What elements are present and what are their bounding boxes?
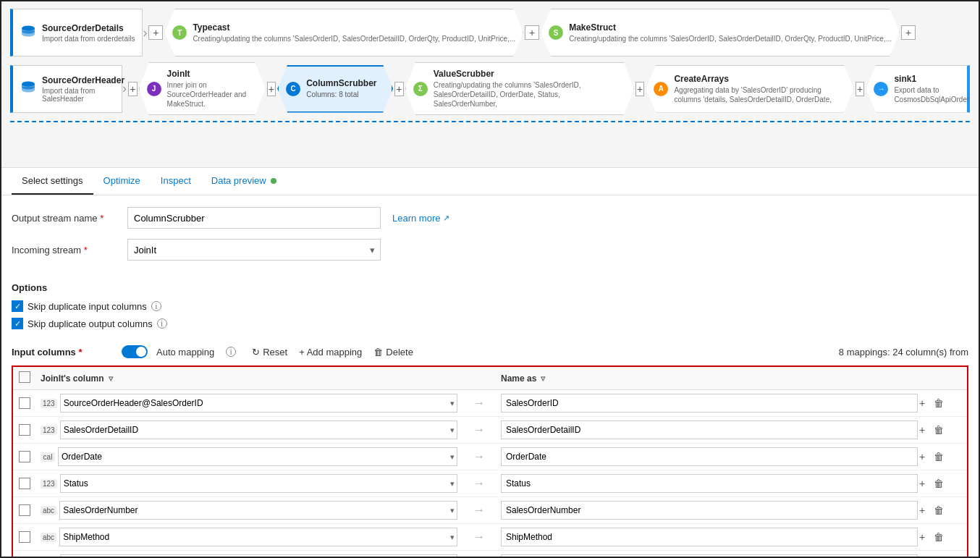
skip-dup-output-checkbox[interactable]: ✓ [12, 318, 23, 329]
node-title: CreateArrays [674, 74, 845, 84]
tab-data-preview[interactable]: Data preview [201, 168, 287, 195]
add-row-btn-5[interactable]: + [918, 530, 926, 544]
name-input-5[interactable] [501, 528, 918, 546]
name-input-4[interactable] [501, 501, 918, 520]
col-select-wrapper-4: SalesOrderNumber ▾ [59, 501, 457, 520]
name-input-3[interactable] [501, 474, 918, 493]
td-name-2 [501, 447, 918, 466]
sink-icon: → [874, 82, 888, 96]
row-check-0 [19, 397, 41, 409]
plus-btn-row2-1[interactable]: + [128, 82, 138, 96]
skip-dup-input-checkbox[interactable]: ✓ [12, 300, 23, 312]
tab-select-settings[interactable]: Select settings [12, 168, 93, 195]
add-row-btn-3[interactable]: + [918, 476, 926, 491]
delete-row-btn-5[interactable]: 🗑 [932, 530, 945, 544]
pipeline-area: SourceOrderDetails Import data from orde… [1, 1, 979, 168]
td-name-6 [501, 554, 918, 557]
learn-more-link[interactable]: Learn more ↗ [392, 213, 449, 224]
name-input-6[interactable] [501, 554, 918, 557]
name-input-0[interactable] [501, 394, 918, 413]
td-arrow-1: → [457, 423, 501, 436]
plus-btn-row2-3[interactable]: + [394, 82, 404, 96]
node-content: MakeStruct Creating/updating the columns… [569, 22, 892, 43]
col-select-5[interactable]: ShipMethod [59, 528, 457, 546]
skip-dup-output-label: Skip duplicate output columns [28, 318, 153, 329]
auto-mapping-toggle[interactable] [122, 345, 148, 358]
table-header: JoinIt's column ▿ Name as ▿ [13, 367, 967, 390]
header-checkbox[interactable] [19, 371, 30, 383]
name-input-2[interactable] [501, 447, 918, 466]
node-createarrays[interactable]: A CreateArrays Aggregating data by 'Sale… [646, 65, 853, 113]
col-select-2[interactable]: OrderDate [58, 447, 457, 466]
row-checkbox-3[interactable] [19, 478, 30, 489]
db-icon [20, 24, 36, 42]
delete-row-btn-0[interactable]: 🗑 [932, 396, 945, 410]
td-actions-0: + 🗑 [918, 396, 961, 410]
type-icon-2: cal [41, 452, 55, 462]
select-icon: C [286, 82, 300, 96]
node-typecast[interactable]: T Typecast Creating/updating the columns… [164, 9, 523, 56]
plus-btn-row2-2[interactable]: + [267, 82, 276, 96]
plus-btn-2[interactable]: + [525, 25, 539, 40]
row-checkbox-0[interactable] [19, 397, 30, 409]
col-select-0[interactable]: SourceOrderHeader@SalesOrderID [60, 394, 457, 413]
options-label: Options [12, 282, 968, 293]
mapping-table: JoinIt's column ▿ Name as ▿ 123 SourceOr… [12, 365, 968, 557]
td-arrow-2: → [457, 450, 501, 463]
tab-inspect[interactable]: Inspect [151, 168, 201, 195]
name-filter-icon[interactable]: ▿ [541, 373, 545, 384]
col-select-1[interactable]: SalesOrderDetailID [60, 420, 457, 439]
node-columnscrubber[interactable]: C ColumnScrubber Columns: 8 total [277, 65, 393, 113]
reset-button[interactable]: ↻ Reset [252, 347, 287, 358]
add-row-btn-1[interactable]: + [918, 423, 926, 437]
add-row-btn-2[interactable]: + [918, 449, 926, 464]
node-desc: Inner join on SourceOrderHeader and Make… [167, 80, 258, 109]
incoming-stream-select[interactable]: JoinIt [127, 239, 381, 261]
td-arrow-4: → [457, 504, 501, 517]
typecast-icon: T [172, 25, 187, 40]
node-joinit[interactable]: J JoinIt Inner join on SourceOrderHeader… [139, 62, 266, 115]
node-valuescrubber[interactable]: Σ ValueScrubber Creating/updating the co… [405, 62, 634, 115]
col-select-6[interactable]: TotalDue [60, 554, 457, 557]
plus-btn-row2-5[interactable]: + [856, 82, 865, 96]
table-row: abc ShipMethod ▾ → + 🗑 [13, 524, 967, 551]
col-select-4[interactable]: SalesOrderNumber [59, 501, 457, 520]
plus-btn-row2-4[interactable]: + [635, 82, 645, 96]
delete-row-btn-1[interactable]: 🗑 [932, 423, 945, 437]
input-columns-label: Input columns * [12, 347, 113, 358]
connector-1: › [143, 25, 147, 41]
col-select-wrapper-5: ShipMethod ▾ [59, 528, 457, 546]
delete-row-btn-4[interactable]: 🗑 [932, 503, 945, 517]
row-checkbox-5[interactable] [19, 531, 30, 543]
row-checkbox-4[interactable] [19, 504, 30, 516]
add-row-btn-4[interactable]: + [918, 503, 926, 517]
node-sourceorderdetails[interactable]: SourceOrderDetails Import data from orde… [10, 9, 143, 56]
table-row: 123 TotalDue ▾ → + 🗑 [13, 551, 967, 557]
add-row-btn-0[interactable]: + [918, 396, 926, 410]
row-checkbox-2[interactable] [19, 451, 30, 462]
node-makestruct[interactable]: S MakeStruct Creating/updating the colum… [541, 9, 900, 56]
delete-button[interactable]: 🗑 Delete [373, 347, 413, 358]
add-mapping-button[interactable]: + Add mapping [299, 347, 362, 358]
row-checkbox-1[interactable] [19, 424, 30, 436]
name-input-1[interactable] [501, 420, 918, 439]
node-sink1[interactable]: → sink1 Export data to CosmosDbSqlApiOrd… [866, 65, 970, 113]
skip-dup-output-info[interactable]: i [157, 318, 167, 329]
node-sourceorderheader[interactable]: SourceOrderHeader Import data from Sales… [10, 65, 122, 113]
node-desc: Export data to CosmosDbSqlApiOrders [894, 85, 973, 104]
option-row-2: ✓ Skip duplicate output columns i [12, 318, 968, 329]
auto-mapping-info[interactable]: i [226, 347, 236, 357]
col-select-wrapper-6: TotalDue ▾ [60, 554, 457, 557]
arrow-icon-1: → [473, 423, 485, 436]
delete-row-btn-2[interactable]: 🗑 [932, 449, 945, 464]
delete-row-btn-3[interactable]: 🗑 [932, 476, 945, 491]
plus-btn-3[interactable]: + [901, 25, 916, 40]
skip-dup-input-info[interactable]: i [151, 301, 161, 311]
col-select-3[interactable]: Status [60, 474, 457, 493]
plus-btn-1[interactable]: + [148, 25, 163, 40]
th-check [19, 371, 41, 385]
col-filter-icon[interactable]: ▿ [109, 373, 113, 384]
type-icon-1: 123 [41, 426, 57, 435]
tab-optimize[interactable]: Optimize [93, 168, 151, 195]
output-stream-input[interactable] [127, 207, 381, 229]
